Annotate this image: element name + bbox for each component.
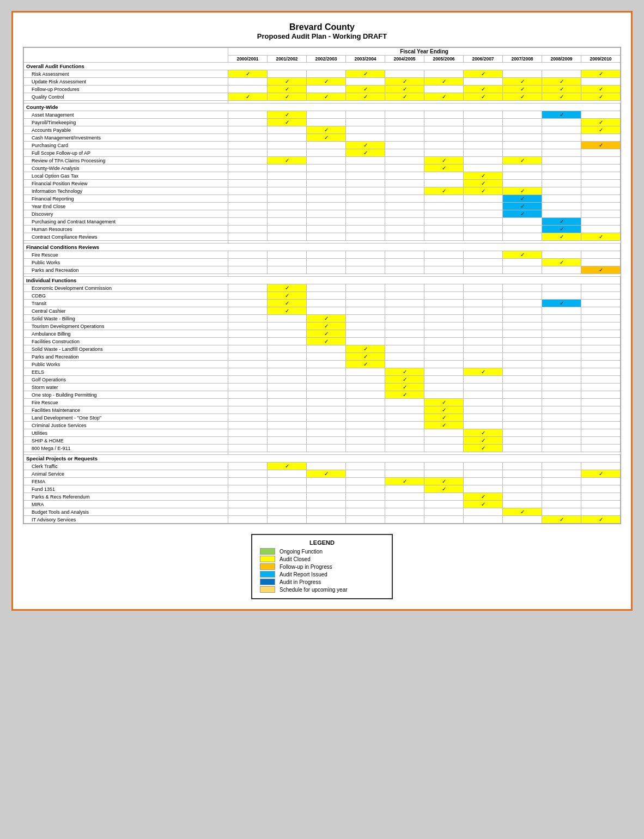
cell <box>228 323 268 330</box>
cell <box>385 485 424 493</box>
cell <box>424 315 464 323</box>
cell <box>503 422 542 429</box>
checkmark-icon: ✓ <box>599 94 603 100</box>
cell <box>268 323 307 330</box>
cell <box>581 391 621 399</box>
cell: ✓ <box>542 226 581 233</box>
legend-label: Audit Report Issued <box>280 572 327 577</box>
cell <box>307 165 346 172</box>
cell <box>385 111 424 119</box>
row-label: Asset Management <box>24 111 228 119</box>
cell <box>228 195 268 203</box>
cell <box>464 508 503 516</box>
cell <box>346 157 385 165</box>
cell <box>385 157 424 165</box>
row-label: Update Risk Assessment <box>24 78 228 86</box>
table-row: FEMA✓✓ <box>24 478 621 485</box>
cell <box>307 233 346 241</box>
cell: ✓ <box>424 399 464 406</box>
cell: ✓ <box>542 78 581 86</box>
cell <box>268 259 307 266</box>
cell <box>228 180 268 187</box>
cell <box>268 361 307 368</box>
cell: ✓ <box>464 493 503 501</box>
cell: ✓ <box>581 470 621 478</box>
cell <box>464 203 503 210</box>
row-label: Public Works <box>24 361 228 368</box>
cell <box>464 142 503 149</box>
cell <box>307 437 346 445</box>
cell <box>464 165 503 172</box>
cell <box>424 149 464 157</box>
cell: ✓ <box>307 134 346 142</box>
cell: ✓ <box>307 126 346 134</box>
cell <box>385 470 424 478</box>
checkmark-icon: ✓ <box>324 135 329 141</box>
cell <box>385 445 424 452</box>
cell <box>464 338 503 345</box>
table-row: Year End Close✓ <box>24 203 621 210</box>
cell <box>503 338 542 345</box>
cell: ✓ <box>542 300 581 307</box>
table-row: Financial Reporting✓ <box>24 195 621 203</box>
cell <box>503 429 542 437</box>
checkmark-icon: ✓ <box>520 196 525 202</box>
cell <box>424 307 464 315</box>
cell <box>268 376 307 384</box>
cell <box>424 445 464 452</box>
checkmark-icon: ✓ <box>442 422 446 428</box>
cell: ✓ <box>424 78 464 86</box>
cell <box>385 323 424 330</box>
cell <box>542 142 581 149</box>
checkmark-icon: ✓ <box>481 501 485 507</box>
cell <box>424 361 464 368</box>
checkmark-icon: ✓ <box>560 516 564 522</box>
cell <box>503 218 542 226</box>
cell <box>385 126 424 134</box>
cell <box>346 203 385 210</box>
cell <box>464 251 503 259</box>
cell <box>385 187 424 195</box>
cell <box>581 429 621 437</box>
col-header-2004/2005: 2004/2005 <box>385 56 424 63</box>
cell <box>581 361 621 368</box>
cell <box>542 368 581 376</box>
checkmark-icon: ✓ <box>520 211 525 217</box>
cell <box>424 111 464 119</box>
checkmark-icon: ✓ <box>520 157 525 163</box>
cell <box>228 119 268 126</box>
cell <box>228 345 268 353</box>
cell <box>307 391 346 399</box>
table-row: Public Works✓ <box>24 361 621 368</box>
cell: ✓ <box>424 165 464 172</box>
cell <box>503 437 542 445</box>
cell <box>542 361 581 368</box>
table-row: Economic Development Commission✓ <box>24 284 621 292</box>
cell <box>346 478 385 485</box>
cell <box>464 414 503 422</box>
cell: ✓ <box>385 384 424 391</box>
cell: ✓ <box>424 422 464 429</box>
cell <box>581 323 621 330</box>
col-header-2005/2006: 2005/2006 <box>424 56 464 63</box>
cell <box>307 361 346 368</box>
cell <box>268 330 307 338</box>
cell <box>581 111 621 119</box>
table-row: Fire Rescue✓ <box>24 399 621 406</box>
table-row: One stop - Building Permitting✓ <box>24 391 621 399</box>
cell <box>581 485 621 493</box>
cell <box>542 445 581 452</box>
checkmark-icon: ✓ <box>520 94 525 100</box>
cell: ✓ <box>581 266 621 274</box>
cell <box>464 376 503 384</box>
cell: ✓ <box>268 284 307 292</box>
cell <box>503 142 542 149</box>
row-label: County-Wide Analysis <box>24 165 228 172</box>
cell <box>385 345 424 353</box>
cell <box>424 338 464 345</box>
row-label: FEMA <box>24 478 228 485</box>
cell <box>385 315 424 323</box>
checkmark-icon: ✓ <box>363 86 368 92</box>
cell <box>542 119 581 126</box>
table-row: Tourism Development Operations✓ <box>24 323 621 330</box>
